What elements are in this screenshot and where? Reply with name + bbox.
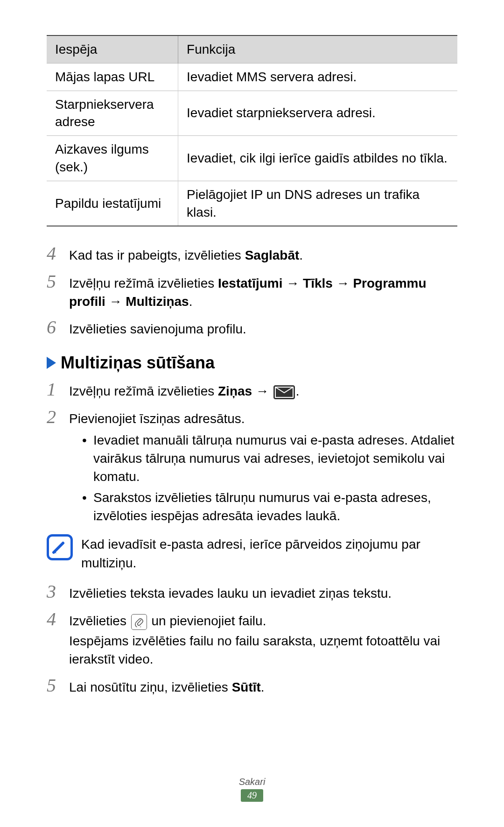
table-cell: Pielāgojiet IP un DNS adreses un trafika… <box>178 181 457 226</box>
table-cell: Ievadiet starpniekservera adresi. <box>178 91 457 136</box>
step-text: Izvēlieties savienojuma profilu. <box>69 317 457 340</box>
note-icon <box>47 534 73 560</box>
step-text: Izvēlieties teksta ievades lauku un ieva… <box>69 581 457 604</box>
step-2b: 2 Pievienojiet īsziņas adresātus. Ievadi… <box>47 407 457 528</box>
step-text: Lai nosūtītu ziņu, izvēlieties Sūtīt. <box>69 675 457 698</box>
envelope-icon <box>273 385 295 399</box>
table-header-option: Iespēja <box>47 35 178 63</box>
table-cell: Aizkaves ilgums (sek.) <box>47 136 178 181</box>
table-cell: Ievadiet, cik ilgi ierīce gaidīs atbilde… <box>178 136 457 181</box>
paperclip-icon <box>131 614 147 630</box>
step-number: 3 <box>47 581 69 602</box>
table-row: Mājas lapas URL Ievadiet MMS servera adr… <box>47 63 457 91</box>
table-cell: Starpniekservera adrese <box>47 91 178 136</box>
step-number: 2 <box>47 407 69 427</box>
step-6a: 6 Izvēlieties savienojuma profilu. <box>47 317 457 340</box>
step-text: Kad tas ir pabeigts, izvēlieties Saglabā… <box>69 243 457 266</box>
step-5b: 5 Lai nosūtītu ziņu, izvēlieties Sūtīt. <box>47 675 457 698</box>
bullet-list: Ievadiet manuāli tālruņa numurus vai e-p… <box>69 431 457 525</box>
step-number: 4 <box>47 243 69 264</box>
options-table: Iespēja Funkcija Mājas lapas URL Ievadie… <box>47 35 457 226</box>
step-number: 5 <box>47 271 69 292</box>
step-number: 1 <box>47 379 69 400</box>
table-row: Starpniekservera adrese Ievadiet starpni… <box>47 91 457 136</box>
step-1b: 1 Izvēļņu režīmā izvēlieties Ziņas → . <box>47 379 457 402</box>
step-number: 5 <box>47 675 69 696</box>
step-text: Izvēļņu režīmā izvēlieties Iestatījumi →… <box>69 271 457 312</box>
table-cell: Mājas lapas URL <box>47 63 178 91</box>
note-block: Kad ievadīsit e-pasta adresi, ierīce pār… <box>47 534 457 572</box>
section-heading: Multiziņas sūtīšana <box>47 353 457 373</box>
note-text: Kad ievadīsit e-pasta adresi, ierīce pār… <box>81 534 457 572</box>
footer-section-name: Sakari <box>0 777 504 787</box>
step-text: Pievienojiet īsziņas adresātus. Ievadiet… <box>69 407 457 528</box>
table-row: Papildu iestatījumi Pielāgojiet IP un DN… <box>47 181 457 226</box>
step-3b: 3 Izvēlieties teksta ievades lauku un ie… <box>47 581 457 604</box>
step-text: Izvēļņu režīmā izvēlieties Ziņas → . <box>69 379 457 402</box>
table-cell: Papildu iestatījumi <box>47 181 178 226</box>
page-footer: Sakari 49 <box>0 777 504 802</box>
chevron-right-icon <box>47 357 56 369</box>
step-4b: 4 Izvēlieties un pievienojiet failu. Ies… <box>47 609 457 671</box>
page-number-badge: 49 <box>241 789 263 802</box>
step-number: 6 <box>47 317 69 338</box>
heading-text: Multiziņas sūtīšana <box>61 353 215 373</box>
step-number: 4 <box>47 609 69 629</box>
bullet-item: Ievadiet manuāli tālruņa numurus vai e-p… <box>82 431 457 486</box>
table-header-function: Funkcija <box>178 35 457 63</box>
bullet-item: Sarakstos izvēlieties tālruņu numurus va… <box>82 488 457 525</box>
table-cell: Ievadiet MMS servera adresi. <box>178 63 457 91</box>
table-row: Aizkaves ilgums (sek.) Ievadiet, cik ilg… <box>47 136 457 181</box>
step-4a: 4 Kad tas ir pabeigts, izvēlieties Sagla… <box>47 243 457 266</box>
step-text: Izvēlieties un pievienojiet failu. Iespē… <box>69 609 457 671</box>
step-5a: 5 Izvēļņu režīmā izvēlieties Iestatījumi… <box>47 271 457 312</box>
